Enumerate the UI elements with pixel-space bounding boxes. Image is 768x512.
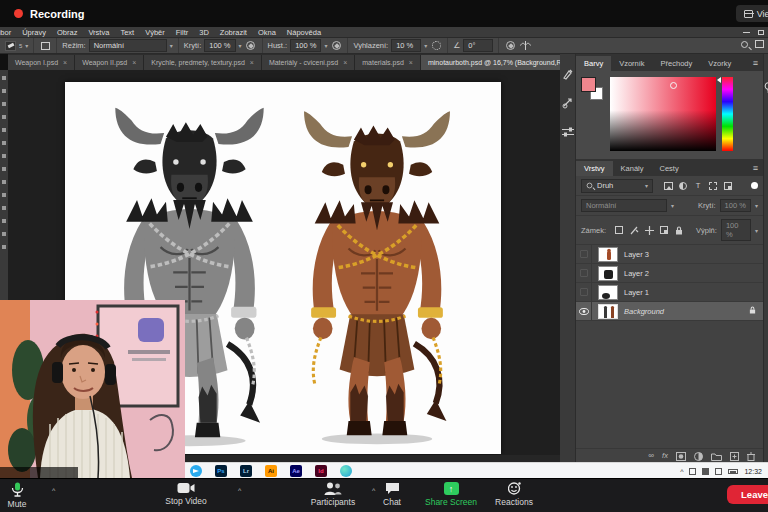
layer-row[interactable]: Layer 3 bbox=[576, 245, 763, 264]
video-options-icon[interactable]: ^ bbox=[238, 487, 241, 494]
layer-blend-mode-select[interactable]: Normální bbox=[581, 199, 667, 212]
participants-button[interactable]: Participants bbox=[300, 482, 366, 507]
document-tab[interactable]: Krychle, predmety, textury.psd× bbox=[144, 55, 262, 70]
menu-item-obraz[interactable]: Obraz bbox=[57, 28, 77, 37]
panel-menu-icon[interactable]: ≡ bbox=[753, 163, 758, 173]
opacity-input[interactable]: 100 % bbox=[204, 39, 235, 52]
smart-object-filter-icon[interactable] bbox=[723, 181, 733, 191]
brush-panel-toggle[interactable] bbox=[34, 38, 57, 53]
adjustment-filter-icon[interactable] bbox=[678, 181, 688, 191]
menu-item-zobrazit[interactable]: Zobrazit bbox=[220, 28, 247, 37]
menu-item-soubor[interactable]: Soubor bbox=[0, 28, 11, 37]
type-filter-icon[interactable]: T bbox=[693, 181, 703, 191]
leave-button[interactable]: Leave bbox=[727, 485, 768, 504]
tool-preset-picker[interactable]: 5 ▾ bbox=[0, 38, 34, 53]
layer-opacity-input[interactable]: 100 % bbox=[720, 199, 751, 212]
visibility-toggle[interactable] bbox=[576, 302, 592, 320]
tab-prechody[interactable]: Přechody bbox=[653, 56, 701, 71]
flow-input[interactable]: 100 % bbox=[290, 39, 321, 52]
menu-item-filtr[interactable]: Filtr bbox=[176, 28, 189, 37]
brush-angle-input[interactable]: 0° bbox=[463, 39, 493, 52]
close-icon[interactable]: × bbox=[343, 59, 347, 66]
airbrush-button[interactable] bbox=[330, 40, 342, 51]
foreground-color-swatch[interactable] bbox=[581, 77, 596, 92]
lock-transparent-icon[interactable] bbox=[614, 225, 624, 235]
telegram-icon[interactable] bbox=[190, 465, 202, 477]
mic-options-icon[interactable]: ^ bbox=[52, 487, 55, 494]
tab-vrstvy[interactable]: Vrstvy bbox=[576, 161, 613, 176]
tray-expand-icon[interactable]: ^ bbox=[680, 468, 683, 475]
lock-paint-icon[interactable] bbox=[629, 225, 639, 235]
visibility-toggle[interactable] bbox=[576, 245, 592, 263]
illustrator-icon[interactable]: Ai bbox=[265, 465, 277, 477]
menu-item-okna[interactable]: Okna bbox=[258, 28, 276, 37]
menu-item-vrstva[interactable]: Vrstva bbox=[88, 28, 109, 37]
shape-filter-icon[interactable] bbox=[708, 181, 718, 191]
tab-barvy[interactable]: Barvy bbox=[576, 56, 611, 71]
search-icon[interactable] bbox=[741, 41, 748, 48]
blend-mode-select[interactable]: Normální bbox=[89, 39, 167, 52]
visibility-toggle[interactable] bbox=[576, 264, 592, 282]
panel-menu-icon[interactable]: ≡ bbox=[753, 58, 758, 68]
pixel-filter-icon[interactable] bbox=[663, 181, 673, 191]
tray-icon[interactable] bbox=[702, 468, 709, 475]
layer-row[interactable]: Layer 1 bbox=[576, 283, 763, 302]
smoothing-gear-icon[interactable] bbox=[430, 40, 442, 51]
stop-video-button[interactable]: Stop Video bbox=[140, 482, 232, 506]
lightbulb-icon[interactable] bbox=[764, 80, 768, 98]
close-icon[interactable]: × bbox=[250, 59, 254, 66]
share-screen-button[interactable]: ↑ Share Screen bbox=[417, 482, 485, 507]
size-pressure-button[interactable] bbox=[504, 40, 516, 51]
smoothing-input[interactable]: 10 % bbox=[391, 39, 421, 52]
document-tab-active[interactable]: minotaurboth.psd @ 16,7% (Background,RGB… bbox=[421, 55, 560, 70]
menu-item-napoveda[interactable]: Nápověda bbox=[287, 28, 321, 37]
color-swatches[interactable] bbox=[581, 77, 605, 101]
aftereffects-icon[interactable]: Ae bbox=[290, 465, 302, 477]
menu-item-3d[interactable]: 3D bbox=[199, 28, 209, 37]
symmetry-button[interactable] bbox=[519, 40, 531, 51]
layer-row-background[interactable]: Background bbox=[576, 302, 763, 321]
photoshop-icon[interactable]: Ps bbox=[215, 465, 227, 477]
document-tab[interactable]: Materiály - cviceni.psd× bbox=[262, 55, 355, 70]
layer-filter-select[interactable]: Druh ▾ bbox=[581, 179, 653, 193]
menu-item-text[interactable]: Text bbox=[120, 28, 134, 37]
close-icon[interactable]: × bbox=[63, 59, 67, 66]
clone-source-icon[interactable] bbox=[560, 95, 575, 110]
view-button[interactable]: View bbox=[736, 5, 768, 22]
tab-kanaly[interactable]: Kanály bbox=[613, 161, 652, 176]
lock-all-icon[interactable] bbox=[674, 225, 684, 235]
brush-settings-icon[interactable] bbox=[560, 66, 575, 81]
tab-vzornik[interactable]: Vzorník bbox=[611, 56, 652, 71]
filter-toggle-icon[interactable] bbox=[751, 182, 758, 189]
hue-slider[interactable] bbox=[722, 77, 733, 151]
lock-artboard-icon[interactable] bbox=[659, 225, 669, 235]
minimize-icon[interactable] bbox=[743, 32, 750, 33]
document-tab[interactable]: Weapon I.psd× bbox=[8, 55, 75, 70]
layer-style-icon[interactable]: fx bbox=[662, 451, 668, 460]
creative-cloud-icon[interactable] bbox=[340, 465, 352, 477]
chat-button[interactable]: Chat bbox=[372, 482, 412, 507]
link-layers-icon[interactable]: ∞ bbox=[648, 451, 654, 460]
color-picker-handle[interactable] bbox=[670, 82, 677, 89]
mute-button[interactable]: Mute bbox=[0, 482, 40, 509]
webcam-video[interactable] bbox=[0, 300, 185, 478]
close-icon[interactable]: × bbox=[409, 59, 413, 66]
restore-icon[interactable] bbox=[758, 30, 764, 35]
layer-fill-input[interactable]: 100 % bbox=[721, 219, 751, 241]
menu-item-vyber[interactable]: Výběr bbox=[145, 28, 165, 37]
indesign-icon[interactable]: Id bbox=[315, 465, 327, 477]
tray-icon[interactable] bbox=[689, 468, 696, 475]
tab-vzorky[interactable]: Vzorky bbox=[700, 56, 739, 71]
layer-row[interactable]: Layer 2 bbox=[576, 264, 763, 283]
saturation-brightness-field[interactable] bbox=[610, 77, 716, 151]
tab-cesty[interactable]: Cesty bbox=[652, 161, 687, 176]
workspace-icon[interactable] bbox=[755, 40, 764, 48]
close-icon[interactable]: × bbox=[132, 59, 136, 66]
visibility-toggle[interactable] bbox=[576, 283, 592, 301]
document-tab[interactable]: materials.psd× bbox=[355, 55, 421, 70]
menu-item-upravy[interactable]: Úpravy bbox=[22, 28, 46, 37]
sliders-icon[interactable] bbox=[560, 124, 575, 139]
lightroom-icon[interactable]: Lr bbox=[240, 465, 252, 477]
lock-move-icon[interactable] bbox=[644, 225, 654, 235]
reactions-button[interactable]: Reactions bbox=[488, 482, 540, 507]
